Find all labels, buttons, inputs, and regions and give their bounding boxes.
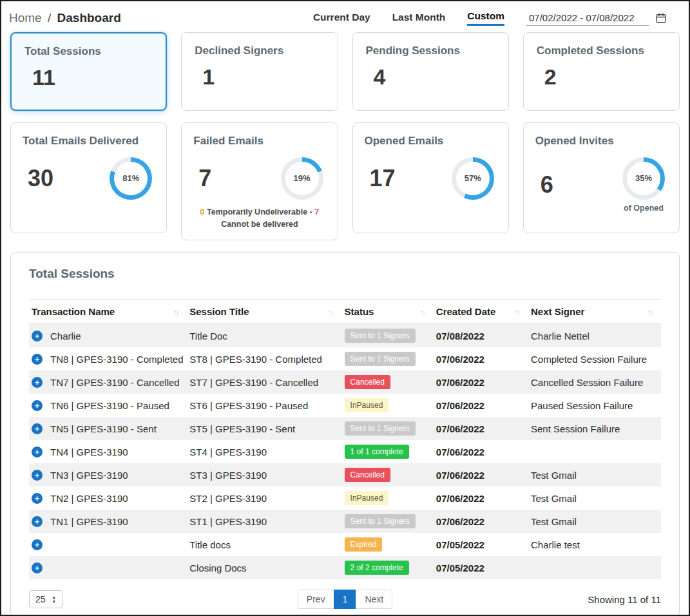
column-header-created-date[interactable]: Created Date↑↓ xyxy=(434,300,528,324)
transaction-name: TN3 | GPES-3190 xyxy=(50,470,128,481)
table-title: Total Sessions xyxy=(29,267,679,281)
expand-row-icon[interactable]: + xyxy=(32,493,43,504)
column-header-next-signer[interactable]: Next Signer↑↓ xyxy=(528,300,661,324)
cannot-deliver-count: 7 xyxy=(314,207,319,217)
expand-row-icon[interactable]: + xyxy=(32,563,43,573)
expand-row-icon[interactable]: + xyxy=(32,377,43,388)
cannot-deliver-label: Cannot be delivered xyxy=(193,218,325,231)
status-cell: 2 of 2 complete xyxy=(342,556,434,579)
email-card-total-emails-delivered[interactable]: Total Emails Delivered 30 81% xyxy=(10,122,167,233)
expand-row-icon[interactable]: + xyxy=(32,423,43,434)
next-signer-cell: Charlie test xyxy=(528,533,661,556)
expand-row-icon[interactable]: + xyxy=(32,539,43,550)
status-cell: InPaused xyxy=(342,486,434,510)
session-title-cell: ST1 | GPES-3190 xyxy=(187,510,341,533)
opened-donut-chart: 57% xyxy=(452,157,494,200)
card-title: Failed Emails xyxy=(193,133,325,149)
session-title-cell: Closing Docs xyxy=(187,556,341,579)
tab-last-month[interactable]: Last Month xyxy=(392,12,446,25)
stat-card-completed-sessions[interactable]: Completed Sessions 2 xyxy=(523,32,680,111)
created-date-cell: 07/06/2022 xyxy=(434,486,528,510)
donut-percent-label: 19% xyxy=(293,173,310,183)
tab-custom[interactable]: Custom xyxy=(467,10,504,26)
column-header-status[interactable]: Status↑↓ xyxy=(342,300,434,324)
session-title-cell: Title Doc xyxy=(187,324,341,348)
status-cell: Expired xyxy=(342,533,434,556)
stat-card-declined-signers[interactable]: Declined Signers 1 xyxy=(181,32,338,111)
card-value: 7 xyxy=(198,165,211,192)
created-date-cell: 07/06/2022 xyxy=(434,463,528,486)
table-row: +TN2 | GPES-3190 ST2 | GPES-3190 InPause… xyxy=(29,486,661,510)
session-title-cell: ST2 | GPES-3190 xyxy=(187,486,341,510)
expand-row-icon[interactable]: + xyxy=(32,516,43,527)
session-title-cell: ST5 | GPES-3190 - Sent xyxy=(187,417,341,440)
sessions-table-card: Total Sessions Transaction Name↑↓ Sessio… xyxy=(10,252,680,616)
created-date-cell: 07/05/2022 xyxy=(434,533,528,556)
sort-icon[interactable]: ↑↓ xyxy=(329,308,336,316)
stat-card-total-sessions[interactable]: Total Sessions 11 xyxy=(10,32,167,111)
status-badge: Sent to 1 Signers xyxy=(345,421,416,436)
status-cell: Sent to 1 Signers xyxy=(342,324,434,348)
status-cell: Sent to 1 Signers xyxy=(342,417,434,440)
next-signer-cell: Test Gmail xyxy=(528,463,661,486)
failed-emails-note: 0 Temporarily Undeliverable - 7 Cannot b… xyxy=(193,206,325,231)
table-row: +TN6 | GPES-3190 - Paused ST6 | GPES-319… xyxy=(29,394,661,417)
table-header-row: Transaction Name↑↓ Session Title↑↓ Statu… xyxy=(29,300,661,324)
tab-current-day[interactable]: Current Day xyxy=(313,12,370,25)
status-badge: InPaused xyxy=(345,491,389,505)
table-footer: 25 ▲▼ Prev 1 Next Showing 11 of 11 xyxy=(29,590,661,609)
status-badge: 2 of 2 complete xyxy=(345,561,409,575)
next-signer-cell: Sent Session Failure xyxy=(528,417,661,440)
page-size-value: 25 xyxy=(35,594,46,604)
session-title-cell: ST8 | GPES-3190 - Completed xyxy=(187,347,341,371)
invites-donut-chart: 35% xyxy=(622,157,665,200)
next-page-button[interactable]: Next xyxy=(356,590,392,609)
date-range-picker xyxy=(526,10,667,26)
created-date-cell: 07/06/2022 xyxy=(434,440,528,463)
prev-page-button[interactable]: Prev xyxy=(298,590,334,609)
select-arrows-icon: ▲▼ xyxy=(52,595,56,604)
expand-row-icon[interactable]: + xyxy=(32,470,43,481)
column-header-transaction-name[interactable]: Transaction Name↑↓ xyxy=(29,300,187,324)
session-title-cell: ST6 | GPES-3190 - Paused xyxy=(187,394,341,417)
donut-percent-label: 81% xyxy=(122,173,139,183)
sort-icon[interactable]: ↑↓ xyxy=(647,308,655,316)
pagination: Prev 1 Next xyxy=(298,590,392,609)
session-title-cell: ST3 | GPES-3190 xyxy=(187,463,341,486)
table-row: + Title docs Expired 07/05/2022 Charlie … xyxy=(29,533,661,556)
card-title: Completed Sessions xyxy=(537,43,666,59)
delivered-donut-chart: 81% xyxy=(110,157,152,200)
sort-icon[interactable]: ↑↓ xyxy=(420,308,427,316)
stat-card-pending-sessions[interactable]: Pending Sessions 4 xyxy=(352,32,509,111)
failed-donut-chart: 19% xyxy=(281,157,323,200)
expand-row-icon[interactable]: + xyxy=(32,331,43,342)
page-size-select[interactable]: 25 ▲▼ xyxy=(29,590,62,608)
transaction-name: TN8 | GPES-3190 - Completed xyxy=(50,354,183,365)
column-header-session-title[interactable]: Session Title↑↓ xyxy=(187,300,341,324)
breadcrumb-home[interactable]: Home xyxy=(9,11,42,24)
sort-icon[interactable]: ↑↓ xyxy=(515,308,522,316)
session-title-cell: Title docs xyxy=(187,533,341,556)
next-signer-cell xyxy=(528,556,661,579)
email-card-opened-invites[interactable]: Opened Invites 6 35% of Opened xyxy=(523,122,680,233)
card-title: Total Sessions xyxy=(24,44,153,60)
email-cards-row: Total Emails Delivered 30 81% Failed Ema… xyxy=(10,122,680,240)
card-value: 6 xyxy=(541,171,553,198)
expand-row-icon[interactable]: + xyxy=(32,400,43,411)
page-1-button[interactable]: 1 xyxy=(334,590,357,609)
table-row: +TN5 | GPES-3190 - Sent ST5 | GPES-3190 … xyxy=(29,417,661,440)
expand-row-icon[interactable]: + xyxy=(32,447,43,457)
date-range-input[interactable] xyxy=(526,10,649,26)
sessions-table: Transaction Name↑↓ Session Title↑↓ Statu… xyxy=(29,299,661,579)
table-row: +Charlie Title Doc Sent to 1 Signers 07/… xyxy=(29,324,661,348)
created-date-cell: 07/05/2022 xyxy=(434,556,528,579)
email-card-failed-emails[interactable]: Failed Emails 7 19% 0 Temporarily Undeli… xyxy=(181,122,338,240)
sort-icon[interactable]: ↑↓ xyxy=(173,308,180,316)
status-badge: Expired xyxy=(345,537,383,552)
table-row: +TN1 | GPES-3190 ST1 | GPES-3190 Sent to… xyxy=(29,510,661,533)
expand-row-icon[interactable]: + xyxy=(32,354,43,365)
top-bar: Home / Dashboard Current Day Last Month … xyxy=(1,1,689,31)
calendar-icon[interactable] xyxy=(655,12,667,24)
email-card-opened-emails[interactable]: Opened Emails 17 57% xyxy=(352,122,509,233)
of-opened-caption: of Opened xyxy=(624,204,664,213)
